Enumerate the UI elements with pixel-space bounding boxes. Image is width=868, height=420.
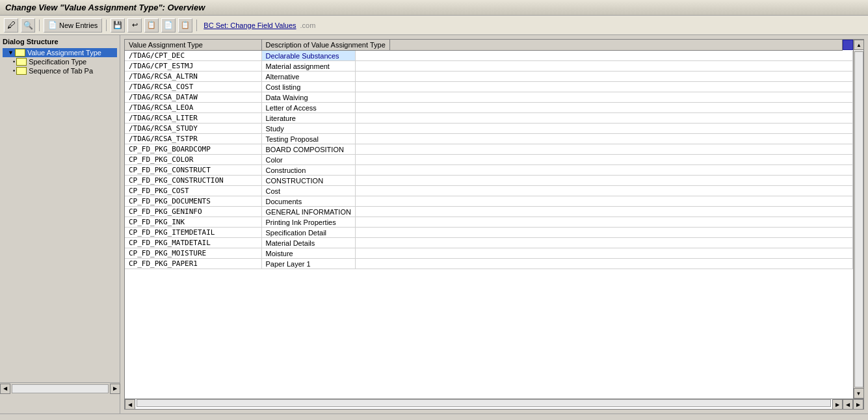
cell-desc: Alternative	[261, 72, 355, 82]
toolbar-separator-2	[106, 20, 107, 31]
table-row[interactable]: /TDAG/RCSA_TSTPRTesting Proposal	[125, 134, 853, 144]
cell-empty	[355, 186, 852, 196]
cell-desc: Moisture	[261, 248, 355, 259]
cell-desc: Cost	[261, 186, 355, 196]
left-scrollbar-h: ◀ ▶	[0, 382, 120, 394]
scroll-left-btn[interactable]: ◀	[125, 399, 135, 409]
cell-type: CP_FD_PKG_GENINFO	[125, 207, 261, 217]
toolbar-search-icon[interactable]: 🔍	[21, 18, 35, 33]
new-entries-icon: 📄	[48, 21, 57, 29]
cell-desc: Cost listing	[261, 82, 355, 92]
cell-type: CP_FD_PKG_COLOR	[125, 155, 261, 165]
table-row[interactable]: CP_FD_PKG_BOARDCOMPBOARD COMPOSITION	[125, 144, 853, 155]
table-row[interactable]: CP_FD_PKG_COLORColor	[125, 155, 853, 165]
cell-type: /TDAG/RCSA_STUDY	[125, 124, 261, 134]
toolbar-copy-icon[interactable]: 📋	[144, 18, 159, 33]
cell-empty	[355, 72, 852, 82]
scrollbar-h-track[interactable]	[137, 399, 831, 407]
cell-type: /TDAG/CPT_DEC	[125, 51, 261, 61]
cell-desc: Documents	[261, 196, 355, 207]
scroll-up-btn[interactable]: ▲	[854, 40, 863, 50]
table-row[interactable]: /TDAG/RCSA_LITERLiterature	[125, 113, 853, 124]
scrollbar-horizontal: ◀ ▶ ◀ ▶	[125, 399, 863, 409]
scroll-down-btn[interactable]: ▼	[854, 388, 864, 399]
left-scroll-right[interactable]: ▶	[110, 384, 120, 394]
table-row[interactable]: /TDAG/CPT_DECDeclarable Substances	[125, 51, 853, 61]
scroll-right-btn[interactable]: ▶	[832, 399, 843, 409]
col-header-desc: Description of Value Assignment Type	[261, 40, 389, 51]
left-scroll-track[interactable]	[12, 384, 109, 393]
data-table: Value Assignment Type Description of Val…	[125, 40, 843, 51]
tree-item-sequence[interactable]: • Sequence of Tab Pa	[3, 66, 117, 75]
folder-icon-sequence	[16, 67, 27, 75]
new-entries-btn[interactable]: 📄 New Entries	[44, 18, 102, 33]
bullet-icon: •	[13, 59, 15, 65]
table-row[interactable]: /TDAG/RCSA_ALTRNAlternative	[125, 72, 853, 82]
toolbar-paste-icon[interactable]: 📄	[161, 18, 176, 33]
toolbar: 🖊 🔍 📄 New Entries 💾 ↩ 📋 📄 📋 BC Set: Chan…	[0, 16, 868, 35]
tree-item-value-assignment[interactable]: ▼ Value Assignment Type	[3, 48, 117, 57]
table-row[interactable]: /TDAG/CPT_ESTMJMaterial assignment	[125, 61, 853, 72]
cell-desc: Letter of Access	[261, 103, 355, 113]
cell-desc: Material assignment	[261, 61, 355, 72]
color-box[interactable]	[843, 40, 853, 50]
table-row[interactable]: CP_FD_PKG_CONSTRUCTIONCONSTRUCTION	[125, 176, 853, 186]
bullet-icon-2: •	[13, 68, 15, 74]
folder-icon-specification	[16, 58, 27, 66]
tree-item-specification[interactable]: • Specification Type	[3, 57, 117, 66]
scroll-right3-btn[interactable]: ▶	[853, 399, 863, 409]
cell-type: CP_FD_PKG_ITEMDETAIL	[125, 228, 261, 238]
cell-desc: Specification Detail	[261, 228, 355, 238]
table-row[interactable]: /TDAG/RCSA_STUDYStudy	[125, 124, 853, 134]
cell-empty	[355, 124, 852, 134]
table-row[interactable]: CP_FD_PKG_PAPER1Paper Layer 1	[125, 259, 853, 269]
cell-desc: Study	[261, 124, 355, 134]
table-row[interactable]: /TDAG/RCSA_COSTCost listing	[125, 82, 853, 92]
cell-empty	[355, 259, 852, 269]
cell-empty	[355, 92, 852, 103]
folder-icon-value-assignment	[15, 49, 25, 57]
toolbar-undo-icon[interactable]: ↩	[127, 18, 142, 33]
table-row[interactable]: CP_FD_PKG_MATDETAILMaterial Details	[125, 238, 853, 248]
cell-type: CP_FD_PKG_CONSTRUCTION	[125, 176, 261, 186]
tree-arrow-down: ▼	[8, 49, 14, 56]
table-row[interactable]: CP_FD_PKG_COSTCost	[125, 186, 853, 196]
toolbar-clipboard-icon[interactable]: 📋	[178, 18, 192, 33]
cell-empty	[355, 82, 852, 92]
cell-empty	[355, 51, 852, 61]
scroll-right2-btn[interactable]: ◀	[843, 399, 853, 409]
cell-desc: Printing Ink Properties	[261, 217, 355, 228]
title-text: Change View "Value Assignment Type": Ove…	[5, 3, 205, 12]
toolbar-save-icon[interactable]: 🖊	[4, 18, 18, 33]
table-row[interactable]: CP_FD_PKG_CONSTRUCTConstruction	[125, 165, 853, 176]
cell-type: /TDAG/RCSA_LITER	[125, 113, 261, 124]
table-row[interactable]: CP_FD_PKG_DOCUMENTSDocuments	[125, 196, 853, 207]
scrollbar-v-track[interactable]	[854, 51, 863, 387]
new-entries-label: New Entries	[59, 21, 98, 29]
toolbar-disk-icon[interactable]: 💾	[111, 18, 125, 33]
cell-type: CP_FD_PKG_MATDETAIL	[125, 238, 261, 248]
table-row[interactable]: /TDAG/RCSA_LEOALetter of Access	[125, 103, 853, 113]
cell-type: CP_FD_PKG_DOCUMENTS	[125, 196, 261, 207]
cell-type: /TDAG/RCSA_TSTPR	[125, 134, 261, 144]
cell-desc: Color	[261, 155, 355, 165]
cell-type: CP_FD_PKG_COST	[125, 186, 261, 196]
cell-desc: CONSTRUCTION	[261, 176, 355, 186]
cell-desc: Literature	[261, 113, 355, 124]
table-row[interactable]: CP_FD_PKG_GENINFOGENERAL INFORMATION	[125, 207, 853, 217]
cell-type: CP_FD_PKG_PAPER1	[125, 259, 261, 269]
table-row[interactable]: CP_FD_PKG_INKPrinting Ink Properties	[125, 217, 853, 228]
cell-desc: Data Waiving	[261, 92, 355, 103]
cell-empty	[355, 248, 852, 259]
domain-text: .com	[300, 21, 316, 29]
cell-desc: BOARD COMPOSITION	[261, 144, 355, 155]
bc-set-link[interactable]: BC Set: Change Field Values	[204, 21, 296, 29]
cell-empty	[355, 238, 852, 248]
table-row[interactable]: CP_FD_PKG_ITEMDETAILSpecification Detail	[125, 228, 853, 238]
table-row[interactable]: /TDAG/RCSA_DATAWData Waiving	[125, 92, 853, 103]
table-row[interactable]: CP_FD_PKG_MOISTUREMoisture	[125, 248, 853, 259]
cell-type: /TDAG/RCSA_ALTRN	[125, 72, 261, 82]
cell-desc: Material Details	[261, 238, 355, 248]
right-panel: Value Assignment Type Description of Val…	[120, 35, 868, 413]
left-scroll-left[interactable]: ◀	[0, 384, 10, 394]
